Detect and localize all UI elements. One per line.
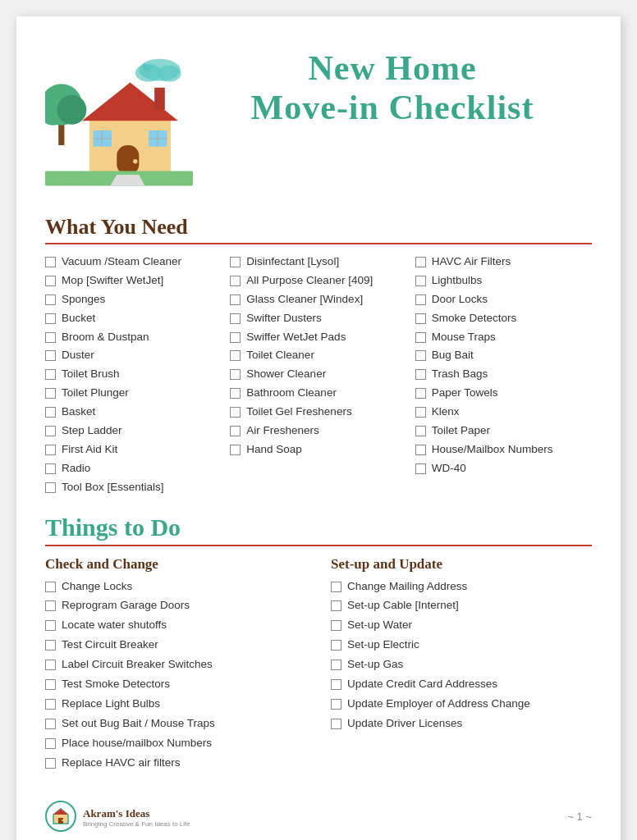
list-item: Vacuum /Steam Cleaner (45, 254, 222, 270)
checkbox[interactable] (230, 369, 241, 380)
list-item: Paper Towels (415, 386, 592, 401)
checkbox[interactable] (45, 445, 56, 455)
checkbox[interactable] (331, 660, 341, 670)
checkbox[interactable] (230, 313, 241, 324)
checkbox[interactable] (331, 582, 341, 592)
checkbox[interactable] (415, 463, 426, 474)
list-item: Swiffer WetJet Pads (230, 330, 406, 345)
list-item: Locate water shutoffs (45, 618, 306, 633)
item-label: Hand Soap (246, 442, 302, 458)
item-label: Reprogram Garage Doors (62, 598, 190, 614)
checkbox[interactable] (45, 407, 56, 418)
list-item: Bathroom Cleaner (230, 386, 406, 401)
checkbox[interactable] (415, 257, 426, 267)
checkbox[interactable] (415, 332, 426, 343)
list-item: Air Fresheners (230, 423, 406, 439)
item-label: Trash Bags (432, 367, 488, 382)
list-item: First Aid Kit (45, 442, 222, 458)
item-label: Swifter Dusters (246, 311, 322, 326)
item-label: WD-40 (432, 461, 466, 477)
checkbox[interactable] (415, 407, 426, 418)
checkbox[interactable] (45, 620, 56, 631)
divider-2 (45, 545, 592, 546)
item-label: Label Circuit Breaker Switches (62, 657, 213, 673)
item-label: Mouse Traps (432, 330, 496, 345)
item-label: Set-up Cable [Internet] (347, 598, 459, 614)
checkbox[interactable] (331, 640, 341, 651)
checkbox[interactable] (45, 719, 56, 729)
checkbox[interactable] (230, 388, 241, 399)
list-item: Hand Soap (230, 442, 406, 458)
page-number: ~ 1 ~ (567, 810, 592, 823)
checkbox[interactable] (415, 350, 426, 361)
list-item: Bucket (45, 311, 222, 326)
checkbox[interactable] (230, 426, 241, 436)
item-label: Shower Cleaner (246, 367, 326, 382)
svg-point-3 (158, 66, 181, 82)
item-label: Sponges (62, 292, 105, 308)
checkbox[interactable] (230, 350, 241, 361)
checkbox[interactable] (45, 276, 56, 286)
checkbox[interactable] (45, 350, 56, 361)
checkbox[interactable] (45, 257, 56, 267)
item-label: Smoke Detectors (432, 311, 517, 326)
checkbox[interactable] (45, 313, 56, 324)
checkbox[interactable] (45, 332, 56, 343)
checkbox[interactable] (45, 388, 56, 399)
list-item: Toilet Paper (415, 423, 592, 439)
setup-update-col: Set-up and Update Change Mailing Address… (331, 556, 592, 775)
col2: Disinfectant [Lysol]All Purpose Cleaner … (230, 254, 406, 495)
checkbox[interactable] (415, 426, 426, 436)
checkbox[interactable] (45, 738, 56, 749)
item-label: Air Fresheners (246, 423, 319, 439)
checkbox[interactable] (230, 407, 241, 418)
list-item: Change Mailing Address (331, 579, 592, 595)
list-item: Toilet Brush (45, 367, 222, 382)
checkbox[interactable] (45, 463, 56, 474)
checkbox[interactable] (415, 276, 426, 286)
checkbox[interactable] (415, 369, 426, 380)
checkbox[interactable] (45, 660, 56, 670)
checkbox[interactable] (45, 482, 56, 493)
checkbox[interactable] (331, 719, 341, 729)
checkbox[interactable] (45, 640, 56, 651)
checkbox[interactable] (45, 294, 56, 305)
list-item: Set out Bug Bait / Mouse Traps (45, 716, 306, 732)
list-item: Test Circuit Breaker (45, 637, 306, 653)
checkbox[interactable] (415, 445, 426, 455)
checkbox[interactable] (230, 332, 241, 343)
svg-point-23 (62, 819, 63, 821)
checkbox[interactable] (415, 313, 426, 324)
checkbox[interactable] (415, 388, 426, 399)
list-item: Mop [Swifter WetJet] (45, 273, 222, 289)
list-item: Radio (45, 461, 222, 477)
item-label: Test Smoke Detectors (62, 677, 170, 692)
item-label: Toilet Paper (432, 423, 490, 439)
checkbox[interactable] (331, 600, 341, 611)
checkbox[interactable] (331, 620, 341, 631)
checkbox[interactable] (45, 582, 56, 592)
checkbox[interactable] (45, 426, 56, 436)
checkbox[interactable] (415, 294, 426, 305)
checkbox[interactable] (331, 679, 341, 690)
item-label: Glass Cleaner [Windex] (246, 292, 363, 308)
list-item: Trash Bags (415, 367, 592, 382)
checkbox[interactable] (230, 445, 241, 455)
checkbox[interactable] (230, 257, 241, 267)
page: 🐦 (16, 16, 621, 840)
list-item: House/Mailbox Numbers (415, 442, 592, 458)
list-item: Place house/mailbox Numbers (45, 736, 306, 751)
item-label: Change Mailing Address (347, 579, 467, 595)
checkbox[interactable] (45, 699, 56, 710)
checkbox[interactable] (45, 369, 56, 380)
checkbox[interactable] (45, 758, 56, 769)
list-item: Set-up Gas (331, 657, 592, 673)
checkbox[interactable] (45, 600, 56, 611)
checkbox[interactable] (331, 699, 341, 710)
checkbox[interactable] (45, 679, 56, 690)
checkbox[interactable] (230, 294, 241, 305)
title-line1: New Home (193, 49, 592, 87)
item-label: Broom & Dustpan (62, 330, 149, 345)
checkbox[interactable] (230, 276, 241, 286)
list-item: All Purpose Cleaner [409] (230, 273, 406, 289)
